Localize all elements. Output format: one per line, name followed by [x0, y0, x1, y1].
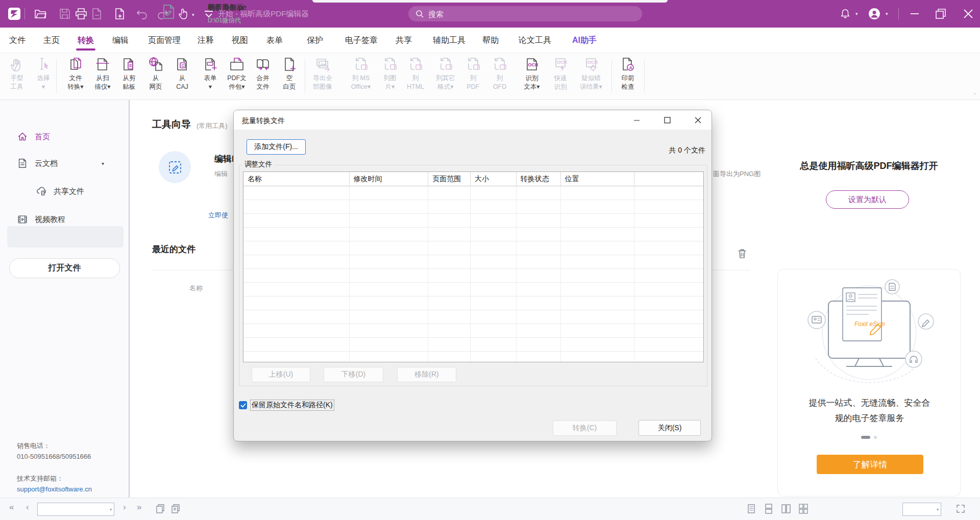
- menu-accessibility[interactable]: 辅助工具: [433, 28, 465, 53]
- keep-name-path-label[interactable]: 保留原始文件名和路径(K): [250, 400, 334, 411]
- ribbon-ocr-text[interactable]: OCR 识别 文本▾: [516, 55, 548, 91]
- adjust-files-label: 调整文件: [242, 160, 275, 169]
- clear-recent-trash-icon[interactable]: [737, 248, 747, 259]
- dialog-minimize-icon[interactable]: [626, 112, 647, 128]
- menu-home[interactable]: 主页: [43, 28, 60, 53]
- app-titlebar: ▾ 开始 - 福昕高级PDF编辑器 ▾ ▾: [0, 0, 980, 28]
- open-file-button[interactable]: 打开文件: [9, 258, 120, 278]
- close-button[interactable]: 关闭(S): [639, 420, 701, 436]
- ribbon-ocr-suspects: OCR 疑似错 误结果▾: [575, 55, 607, 91]
- menu-help[interactable]: 帮助: [482, 28, 499, 53]
- learn-more-button[interactable]: 了解详情: [817, 455, 923, 474]
- carousel-dot-active[interactable]: [861, 436, 870, 439]
- set-default-button[interactable]: 设置为默认: [826, 190, 909, 209]
- menu-protect[interactable]: 保护: [307, 28, 323, 53]
- next-page-icon[interactable]: ›: [123, 502, 126, 512]
- dialog-close-icon[interactable]: [688, 112, 708, 128]
- files-table-column-header[interactable]: 位置: [561, 172, 635, 186]
- menu-view[interactable]: 视图: [232, 28, 248, 53]
- ribbon-blank-page[interactable]: 空 白页: [274, 55, 305, 91]
- files-table-column-header[interactable]: 大小: [471, 172, 517, 186]
- menu-paper-tools[interactable]: 论文工具: [519, 28, 551, 53]
- clipboard-page-icon[interactable]: [170, 504, 181, 516]
- ribbon-to-other-format: 到其它 格式▾: [430, 55, 461, 91]
- files-table[interactable]: 名称修改时间页面范围大小转换状态位置: [243, 171, 704, 362]
- files-table-column-header[interactable]: 页面范围: [428, 172, 471, 186]
- menu-ai-assistant[interactable]: AI助手: [572, 28, 597, 53]
- zoom-level-combo[interactable]: ▾: [902, 503, 941, 516]
- last-page-icon[interactable]: »: [137, 502, 141, 512]
- notifications-bell-icon[interactable]: [840, 8, 851, 19]
- menu-convert[interactable]: 转换: [78, 28, 94, 53]
- sidebar-item-video-tutorials[interactable]: 视频教程: [0, 209, 130, 230]
- files-table-column-header[interactable]: [634, 172, 703, 186]
- page-number-combo[interactable]: ▾: [37, 503, 114, 516]
- dialog-maximize-icon[interactable]: [657, 112, 677, 128]
- files-table-column-header[interactable]: 名称: [243, 172, 350, 186]
- esign-illustration: Foxit eSign: [785, 277, 953, 397]
- menu-page-manage[interactable]: 页面管理: [148, 28, 181, 53]
- single-page-view-icon[interactable]: [746, 504, 756, 516]
- dialog-title: 批量转换文件: [242, 116, 285, 126]
- sidebar-item-cloud-docs[interactable]: 云文档▾: [0, 153, 130, 174]
- sidebar-item-shared-files[interactable]: 共享文件: [0, 181, 130, 202]
- fullscreen-icon[interactable]: [955, 504, 966, 516]
- previous-page-icon[interactable]: ‹: [26, 502, 29, 512]
- ribbon-separator: [644, 59, 645, 93]
- edit-pdf-tool-icon[interactable]: [159, 151, 191, 183]
- expand-caret-icon[interactable]: ▾: [102, 161, 104, 166]
- keep-name-path-checkbox[interactable]: [239, 401, 247, 409]
- first-page-icon[interactable]: «: [9, 502, 14, 512]
- menu-edit[interactable]: 编辑: [112, 28, 129, 53]
- carousel-dots[interactable]: [861, 436, 877, 439]
- print-icon[interactable]: [75, 7, 88, 20]
- open-file-icon[interactable]: [34, 7, 47, 20]
- svg-text:C: C: [182, 63, 185, 68]
- facing-view-icon[interactable]: [781, 504, 791, 516]
- minimize-window-icon[interactable]: [908, 7, 921, 20]
- scrollbar-up-arrow[interactable]: ⌃: [971, 92, 978, 101]
- user-dropdown-caret[interactable]: ▾: [886, 11, 888, 16]
- svg-text:OCR: OCR: [557, 60, 568, 65]
- menu-form[interactable]: 表单: [266, 28, 283, 53]
- pdf-file-icon: [162, 4, 176, 21]
- add-files-button[interactable]: 添加文件(F)...: [247, 139, 306, 155]
- batch-convert-dialog: 批量转换文件 添加文件(F)... 共 0 个文件 调整文件 名称修改时间页面范…: [233, 110, 712, 441]
- menu-esign[interactable]: 电子签章: [345, 28, 378, 53]
- tool-wizard-subtitle: (常用工具): [197, 121, 228, 131]
- recent-files-title: 最近的文件: [152, 243, 195, 255]
- files-table-column: [634, 186, 703, 362]
- titlebar-separator-2: [898, 8, 899, 19]
- files-table-column-header[interactable]: 转换状态: [517, 172, 561, 186]
- 电子案例画[interactable]: 电子案例画 D:\01微信代: [162, 0, 239, 31]
- search-input[interactable]: [428, 10, 622, 18]
- foxit-logo: [8, 7, 21, 20]
- support-email-link[interactable]: support@foxitsoftware.cn: [17, 484, 92, 494]
- ribbon-to-ofd: 到 OFD: [484, 55, 516, 91]
- facing-continuous-view-icon[interactable]: [798, 504, 808, 516]
- ribbon-preflight[interactable]: A 印前 检查: [612, 55, 644, 91]
- continuous-view-icon[interactable]: [764, 504, 774, 516]
- menu-file[interactable]: 文件: [9, 28, 26, 53]
- sidebar-item-home[interactable]: 首页: [0, 126, 130, 147]
- files-table-body[interactable]: [243, 186, 703, 362]
- svg-text:OCR: OCR: [528, 62, 539, 67]
- dialog-titlebar[interactable]: 批量转换文件: [234, 110, 712, 130]
- files-table-column-header[interactable]: 修改时间: [350, 172, 429, 186]
- restore-window-icon[interactable]: [934, 7, 947, 20]
- save-icon: [58, 7, 71, 20]
- close-window-icon[interactable]: [962, 7, 975, 20]
- svg-text:OCR: OCR: [587, 60, 598, 65]
- ribbon-from-caj[interactable]: C 从 CAJ: [166, 55, 198, 91]
- new-page-icon[interactable]: [113, 7, 127, 20]
- menu-comment[interactable]: 注释: [198, 28, 214, 53]
- use-now-link[interactable]: 立即使: [208, 211, 228, 220]
- carousel-dot[interactable]: [874, 436, 877, 439]
- tool-wizard-title: 工具向导: [152, 118, 191, 131]
- snapshot-icon[interactable]: [155, 504, 165, 516]
- notifications-dropdown-caret[interactable]: ▾: [855, 11, 858, 16]
- search-box[interactable]: [408, 6, 642, 21]
- menu-share[interactable]: 共享: [396, 28, 412, 53]
- esign-brand-text: Foxit eSign: [854, 320, 885, 328]
- user-avatar[interactable]: [868, 7, 881, 20]
